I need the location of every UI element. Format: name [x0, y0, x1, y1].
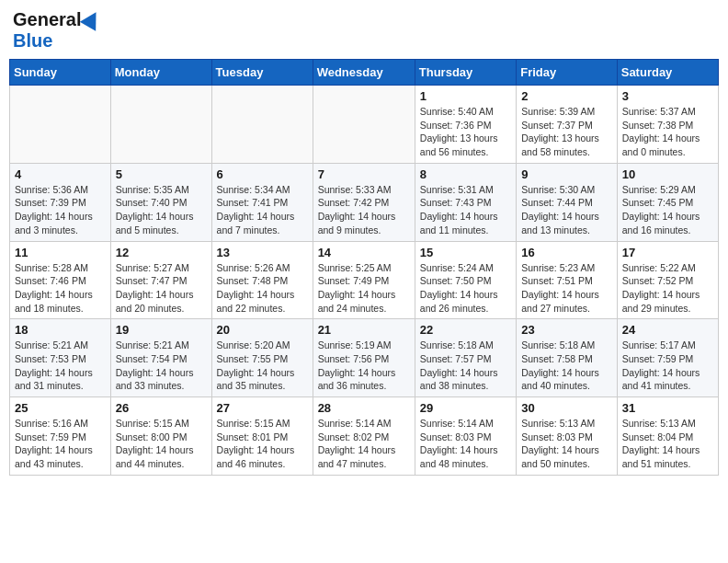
calendar-cell: 18Sunrise: 5:21 AMSunset: 7:53 PMDayligh…	[10, 319, 111, 397]
day-number: 10	[622, 167, 713, 181]
calendar-cell: 11Sunrise: 5:28 AMSunset: 7:46 PMDayligh…	[10, 241, 111, 319]
day-number: 26	[116, 401, 207, 415]
calendar-cell: 17Sunrise: 5:22 AMSunset: 7:52 PMDayligh…	[617, 241, 718, 319]
calendar-week-row: 1Sunrise: 5:40 AMSunset: 7:36 PMDaylight…	[10, 86, 719, 164]
calendar-cell: 12Sunrise: 5:27 AMSunset: 7:47 PMDayligh…	[110, 241, 211, 319]
calendar-cell	[313, 86, 415, 164]
day-number: 4	[15, 167, 106, 181]
day-info: Sunrise: 5:28 AMSunset: 7:46 PMDaylight:…	[15, 261, 106, 316]
day-number: 22	[420, 323, 511, 337]
calendar-cell: 5Sunrise: 5:35 AMSunset: 7:40 PMDaylight…	[110, 163, 211, 241]
day-info: Sunrise: 5:37 AMSunset: 7:38 PMDaylight:…	[622, 105, 713, 159]
logo-blue-text: Blue	[13, 30, 52, 52]
calendar-cell: 1Sunrise: 5:40 AMSunset: 7:36 PMDaylight…	[415, 86, 516, 164]
calendar-cell: 15Sunrise: 5:24 AMSunset: 7:50 PMDayligh…	[415, 241, 516, 319]
day-info: Sunrise: 5:31 AMSunset: 7:43 PMDaylight:…	[420, 183, 511, 237]
day-number: 12	[116, 246, 207, 259]
calendar-cell: 25Sunrise: 5:16 AMSunset: 7:59 PMDayligh…	[10, 397, 111, 476]
logo: General Blue	[13, 9, 101, 52]
logo-triangle-icon	[80, 7, 104, 31]
page-header: General Blue	[9, 9, 719, 52]
calendar-cell: 13Sunrise: 5:26 AMSunset: 7:48 PMDayligh…	[211, 241, 313, 319]
logo-general-text: General	[13, 9, 81, 30]
weekday-header-monday: Monday	[110, 60, 211, 86]
weekday-header-tuesday: Tuesday	[211, 60, 313, 86]
calendar-cell: 27Sunrise: 5:15 AMSunset: 8:01 PMDayligh…	[211, 397, 313, 476]
calendar-cell	[211, 86, 313, 164]
calendar-cell: 8Sunrise: 5:31 AMSunset: 7:43 PMDaylight…	[415, 163, 516, 241]
weekday-header-thursday: Thursday	[415, 60, 516, 86]
day-number: 8	[420, 167, 511, 181]
calendar-cell: 30Sunrise: 5:13 AMSunset: 8:03 PMDayligh…	[517, 397, 618, 476]
calendar-cell: 16Sunrise: 5:23 AMSunset: 7:51 PMDayligh…	[517, 241, 618, 319]
day-info: Sunrise: 5:15 AMSunset: 8:00 PMDaylight:…	[116, 417, 207, 471]
calendar-week-row: 25Sunrise: 5:16 AMSunset: 7:59 PMDayligh…	[10, 397, 719, 476]
day-info: Sunrise: 5:33 AMSunset: 7:42 PMDaylight:…	[318, 183, 410, 237]
day-number: 30	[521, 401, 612, 415]
day-info: Sunrise: 5:39 AMSunset: 7:37 PMDaylight:…	[521, 105, 612, 159]
day-number: 31	[622, 401, 713, 415]
day-number: 16	[521, 246, 612, 259]
calendar-cell: 6Sunrise: 5:34 AMSunset: 7:41 PMDaylight…	[211, 163, 313, 241]
day-info: Sunrise: 5:21 AMSunset: 7:54 PMDaylight:…	[116, 339, 207, 393]
day-info: Sunrise: 5:34 AMSunset: 7:41 PMDaylight:…	[217, 183, 308, 237]
day-number: 9	[521, 167, 612, 181]
day-number: 3	[622, 89, 713, 103]
calendar-cell: 26Sunrise: 5:15 AMSunset: 8:00 PMDayligh…	[110, 397, 211, 476]
day-info: Sunrise: 5:14 AMSunset: 8:02 PMDaylight:…	[318, 417, 410, 471]
calendar-cell	[110, 86, 211, 164]
calendar-cell: 29Sunrise: 5:14 AMSunset: 8:03 PMDayligh…	[415, 397, 516, 476]
day-number: 7	[318, 167, 410, 181]
day-number: 1	[420, 89, 511, 103]
calendar-cell: 7Sunrise: 5:33 AMSunset: 7:42 PMDaylight…	[313, 163, 415, 241]
calendar-cell: 19Sunrise: 5:21 AMSunset: 7:54 PMDayligh…	[110, 319, 211, 397]
day-info: Sunrise: 5:29 AMSunset: 7:45 PMDaylight:…	[622, 183, 713, 237]
calendar-cell: 24Sunrise: 5:17 AMSunset: 7:59 PMDayligh…	[617, 319, 718, 397]
calendar-header-row: SundayMondayTuesdayWednesdayThursdayFrid…	[10, 60, 719, 86]
calendar-week-row: 4Sunrise: 5:36 AMSunset: 7:39 PMDaylight…	[10, 163, 719, 241]
day-number: 15	[420, 246, 511, 259]
day-number: 5	[116, 167, 207, 181]
day-number: 24	[622, 323, 713, 337]
day-number: 19	[116, 323, 207, 337]
day-info: Sunrise: 5:21 AMSunset: 7:53 PMDaylight:…	[15, 339, 106, 393]
day-number: 11	[15, 246, 106, 259]
day-number: 23	[521, 323, 612, 337]
day-number: 25	[15, 401, 106, 415]
calendar-cell: 3Sunrise: 5:37 AMSunset: 7:38 PMDaylight…	[617, 86, 718, 164]
day-info: Sunrise: 5:14 AMSunset: 8:03 PMDaylight:…	[420, 417, 511, 471]
day-number: 28	[318, 401, 410, 415]
calendar-cell: 9Sunrise: 5:30 AMSunset: 7:44 PMDaylight…	[517, 163, 618, 241]
day-info: Sunrise: 5:22 AMSunset: 7:52 PMDaylight:…	[622, 261, 713, 316]
day-info: Sunrise: 5:25 AMSunset: 7:49 PMDaylight:…	[318, 261, 410, 316]
day-number: 18	[15, 323, 106, 337]
calendar-week-row: 11Sunrise: 5:28 AMSunset: 7:46 PMDayligh…	[10, 241, 719, 319]
day-number: 27	[217, 401, 308, 415]
day-info: Sunrise: 5:18 AMSunset: 7:58 PMDaylight:…	[521, 339, 612, 393]
calendar-week-row: 18Sunrise: 5:21 AMSunset: 7:53 PMDayligh…	[10, 319, 719, 397]
day-number: 20	[217, 323, 308, 337]
day-number: 29	[420, 401, 511, 415]
weekday-header-wednesday: Wednesday	[313, 60, 415, 86]
calendar-cell	[10, 86, 111, 164]
weekday-header-sunday: Sunday	[10, 60, 111, 86]
calendar-cell: 10Sunrise: 5:29 AMSunset: 7:45 PMDayligh…	[617, 163, 718, 241]
day-info: Sunrise: 5:24 AMSunset: 7:50 PMDaylight:…	[420, 261, 511, 316]
day-info: Sunrise: 5:15 AMSunset: 8:01 PMDaylight:…	[217, 417, 308, 471]
weekday-header-friday: Friday	[517, 60, 618, 86]
day-number: 14	[318, 246, 410, 259]
calendar-cell: 4Sunrise: 5:36 AMSunset: 7:39 PMDaylight…	[10, 163, 111, 241]
calendar-cell: 28Sunrise: 5:14 AMSunset: 8:02 PMDayligh…	[313, 397, 415, 476]
day-number: 6	[217, 167, 308, 181]
day-info: Sunrise: 5:40 AMSunset: 7:36 PMDaylight:…	[420, 105, 511, 159]
day-number: 17	[622, 246, 713, 259]
day-number: 13	[217, 246, 308, 259]
day-info: Sunrise: 5:19 AMSunset: 7:56 PMDaylight:…	[318, 339, 410, 393]
calendar-table: SundayMondayTuesdayWednesdayThursdayFrid…	[9, 59, 719, 476]
day-number: 2	[521, 89, 612, 103]
day-info: Sunrise: 5:27 AMSunset: 7:47 PMDaylight:…	[116, 261, 207, 316]
calendar-cell: 14Sunrise: 5:25 AMSunset: 7:49 PMDayligh…	[313, 241, 415, 319]
weekday-header-saturday: Saturday	[617, 60, 718, 86]
calendar-cell: 21Sunrise: 5:19 AMSunset: 7:56 PMDayligh…	[313, 319, 415, 397]
day-info: Sunrise: 5:16 AMSunset: 7:59 PMDaylight:…	[15, 417, 106, 471]
